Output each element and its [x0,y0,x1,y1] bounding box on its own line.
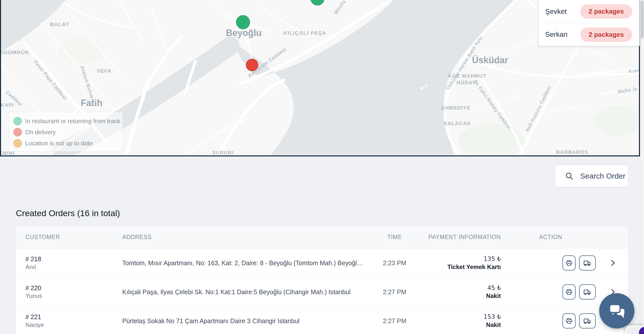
page-scrollbar[interactable] [640,0,644,334]
payment-amount: 45 ₺ [414,284,501,292]
courier-name: Serkan [545,30,568,39]
col-header-customer: CUSTOMER [16,234,113,241]
search-order-label: Search Order [580,172,625,180]
col-header-payment: PAYMENT INFORMATION [414,234,501,241]
col-header-time: TIME [375,234,414,241]
print-button[interactable] [562,313,576,328]
print-button[interactable] [562,255,576,271]
courier-marker-delivery[interactable] [246,59,258,71]
courier-row[interactable]: Serkan 2 packages [539,23,640,46]
order-number: # 220 [25,284,113,292]
dispatch-button[interactable] [579,284,596,299]
order-address: Tomtom, Mısır Apartmanı, No: 163, Kat: 2… [113,259,375,267]
customer-name: Anıl [25,263,113,271]
courier-marker-active[interactable] [236,15,250,29]
courier-row[interactable]: Şevket 2 packages [539,0,640,23]
scrollbar-thumb[interactable] [641,1,643,39]
packages-badge: 2 packages [580,4,632,19]
print-button[interactable] [562,284,576,299]
payment-amount: 153 ₺ [414,313,501,321]
chevron-right-icon [610,259,616,267]
legend-dot-green [13,117,22,125]
truck-icon [583,259,592,267]
col-header-address: ADDRESS [113,234,375,241]
printer-icon [565,259,573,267]
chat-launcher-button[interactable] [599,293,634,328]
table-header-row: CUSTOMER ADDRESS TIME PAYMENT INFORMATIO… [16,226,628,249]
row-expand-chevron[interactable] [610,259,616,267]
order-row[interactable]: # 221 Naciye Pürtelaş Sokak No 71 Çam Ap… [16,307,628,334]
order-address: Pürtelaş Sokak No 71 Çam Apartmanı Daire… [113,317,375,325]
search-icon [565,172,574,181]
legend-item: On delivery [9,127,123,138]
order-time: 2:23 PM [375,259,414,267]
map-legend: In restaurant or returning from track On… [9,112,123,152]
order-address: Kılıçali Paşa, Ilyas Çelebi Sk. No:1 Kat… [113,288,375,296]
legend-dot-orange [13,139,22,148]
payment-method: Nakit [414,321,501,329]
order-number: # 221 [25,313,113,321]
orders-table: CUSTOMER ADDRESS TIME PAYMENT INFORMATIO… [16,225,628,334]
courier-panel: Şevket 2 packages Serkan 2 packages [538,0,640,46]
truck-icon [583,288,592,296]
printer-icon [565,317,573,325]
orders-section-title: Created Orders (16 in total) [16,208,120,218]
order-number: # 218 [25,255,113,263]
order-row[interactable]: # 220 Yunus Kılıçali Paşa, Ilyas Çelebi … [16,278,628,307]
order-row[interactable]: # 218 Anıl Tomtom, Mısır Apartmanı, No: … [16,249,628,278]
packages-badge: 2 packages [580,27,632,42]
payment-method: Ticket Yemek Kartı [414,263,501,271]
search-order-button[interactable]: Search Order [555,165,628,187]
legend-item: In restaurant or returning from track [9,116,123,127]
page: BALATŞEHREMINIKARAGÜMRÜKKAPIVEFASURURIKI… [0,0,644,334]
customer-name: Yunus [25,292,113,300]
customer-name: Naciye [25,321,113,329]
order-time: 2:27 PM [375,317,414,325]
legend-label: On delivery [25,129,56,136]
col-header-action: ACTION [501,234,628,241]
legend-item: Location is not up to date [9,138,123,149]
courier-name: Şevket [545,8,567,16]
legend-label: Location is not up to date [25,140,93,147]
printer-icon [565,288,573,296]
order-time: 2:27 PM [375,288,414,296]
legend-label: In restaurant or returning from track [25,118,120,125]
chat-bubbles-icon [605,299,629,323]
legend-dot-red [13,128,22,137]
dispatch-button[interactable] [579,313,596,328]
truck-icon [583,317,592,325]
dispatch-button[interactable] [579,255,596,271]
payment-amount: 135 ₺ [414,255,501,263]
payment-method: Nakit [414,292,501,300]
